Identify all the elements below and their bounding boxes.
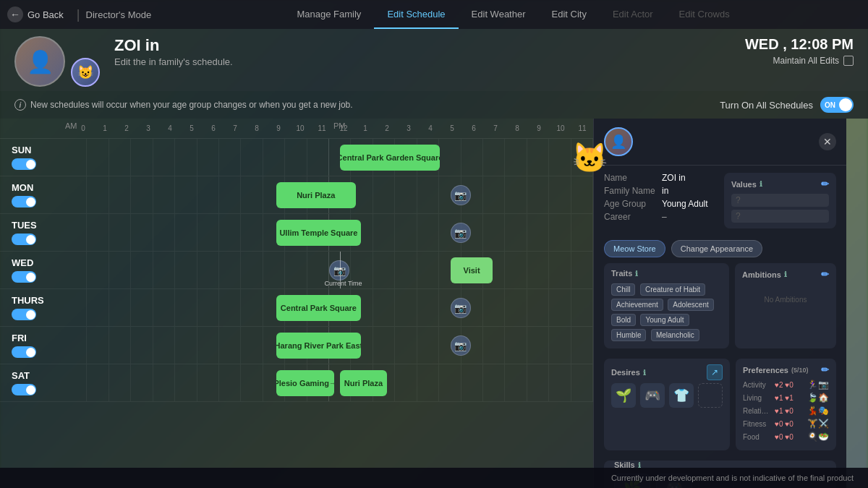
time-number: 3 — [137, 124, 159, 132]
day-toggle-mon[interactable] — [12, 196, 36, 207]
day-row-mon: MON — [0, 176, 593, 214]
field-age-value: Young Adult — [662, 199, 708, 209]
small-avatar[interactable]: 😺 — [71, 58, 100, 87]
icon-mon-camera[interactable]: 📷 — [451, 185, 471, 205]
desires-expand-button[interactable]: ↗ — [707, 364, 723, 380]
panel-close-button[interactable]: ✕ — [819, 133, 836, 150]
time-number: 10 — [289, 124, 311, 132]
no-ambitions-label: No Ambitions — [742, 284, 829, 315]
prefs-title: Preferences (5/10) ✏ — [743, 364, 829, 375]
toggle-label: Turn On All Schedules — [720, 100, 813, 111]
schedule-toggle[interactable]: ON — [820, 97, 854, 113]
panel-info-left: Name ZOI in Family Name in Age Group You… — [604, 173, 717, 233]
info-bar: i New schedules will occur when your age… — [0, 91, 868, 119]
main-avatar: 👤 — [14, 36, 65, 87]
day-grid-mon: Nuri Plaza 📷 — [65, 176, 593, 213]
day-grid-fri: Harang River Park East 📷 — [65, 327, 593, 364]
panel-header: 👤 ✕ — [594, 119, 846, 166]
time-number: 7 — [224, 124, 246, 132]
icon-tues-camera[interactable]: 📷 — [451, 223, 471, 243]
character-panel: 👤 ✕ Name ZOI in Family Name in Age Group — [593, 119, 846, 488]
day-toggle-wed[interactable] — [12, 271, 36, 283]
datetime-area: WED , 12:08 PM Maintain All Edits — [745, 36, 854, 66]
field-family-label: Family Name — [604, 186, 662, 196]
tab-edit-city[interactable]: Edit City — [539, 0, 600, 29]
time-header: AM PM 01234567891011121234567891011 — [0, 119, 593, 139]
day-toggle-tues[interactable] — [12, 234, 36, 245]
day-row-sun: SUN — [0, 139, 593, 176]
meow-store-button[interactable]: Meow Store — [604, 240, 665, 257]
tab-edit-schedule[interactable]: Edit Schedule — [374, 0, 458, 29]
block-tues-ullim-temple[interactable]: Ullim Temple Square — [276, 220, 361, 246]
trait-humble: Humble — [611, 329, 646, 341]
block-mon-nuri-plaza[interactable]: Nuri Plaza — [276, 182, 356, 208]
block-fri-harang-river[interactable]: Harang River Park East — [276, 333, 361, 359]
block-thurs-central-park-square[interactable]: Central Park Square — [276, 295, 361, 321]
tab-edit-actor: Edit Actor — [600, 0, 666, 29]
field-name-value: ZOI in — [662, 173, 686, 183]
desire-icon-shirt: 👕 — [669, 383, 694, 408]
pref-row-living: Living ♥1 ♥1 🍃🏠 — [743, 393, 829, 403]
tab-manage-family[interactable]: Manage Family — [284, 0, 375, 29]
schedule-subtitle: Edit the in family's schedule. — [114, 56, 745, 67]
prefs-edit-button[interactable]: ✏ — [821, 364, 829, 375]
time-number: 4 — [159, 124, 181, 132]
maintain-checkbox[interactable] — [843, 56, 854, 66]
bottom-bar-message: Currently under development and is not i… — [611, 474, 854, 482]
day-row-tues: TUES — [0, 214, 593, 252]
back-arrow-icon: ← — [7, 7, 23, 22]
day-toggle-sun[interactable] — [12, 158, 36, 170]
time-number: 11 — [311, 124, 333, 132]
trait-creature-of-habit: Creature of Habit — [640, 283, 705, 296]
day-grid-sun: Central Park Garden Square — [65, 139, 593, 176]
day-toggle-sat[interactable] — [12, 384, 36, 395]
nav-separator: | — [77, 7, 80, 22]
am-label: AM — [65, 121, 77, 130]
tab-edit-weather[interactable]: Edit Weather — [459, 0, 539, 29]
change-appearance-button[interactable]: Change Appearance — [671, 240, 762, 257]
time-number: 3 — [398, 124, 420, 132]
desire-icon-plant: 🌱 — [611, 383, 636, 408]
time-number: 2 — [116, 124, 137, 132]
toggle-knob — [839, 98, 852, 111]
panel-avatar: 👤 — [604, 127, 633, 156]
time-number: 1 — [354, 124, 376, 132]
field-career-label: Career — [604, 212, 662, 222]
block-sat-plesio-gaming[interactable]: Plesio Gaming→ — [276, 370, 334, 396]
go-back-button[interactable]: ← Go Back — [7, 7, 71, 22]
pref-row-activity: Activity ♥2 ♥0 🏃‍♀️📷 — [743, 380, 829, 390]
pref-row-fitness: Fitness ♥0 ♥0 🏋️⚔️ — [743, 419, 829, 429]
time-number: 10 — [550, 124, 571, 132]
values-edit-button[interactable]: ✏ — [821, 179, 829, 189]
day-label-fri: FRI — [12, 333, 27, 343]
block-sun-central-park-garden[interactable]: Central Park Garden Square — [340, 145, 441, 171]
cat-decoration: 🐱 — [571, 141, 608, 175]
day-row-fri: FRI — [0, 327, 593, 364]
director-mode-label: Director's Mode — [86, 9, 152, 20]
day-label-col-sat: SAT — [0, 370, 65, 395]
time-number: 5 — [441, 124, 463, 132]
info-text: i New schedules will occur when your age… — [14, 99, 353, 111]
day-toggle-thurs[interactable] — [12, 309, 36, 320]
day-label-col-mon: MON — [0, 182, 65, 207]
block-wed-visit[interactable]: Visit — [451, 257, 493, 283]
day-toggle-fri[interactable] — [12, 346, 36, 358]
day-label-col-tues: TUES — [0, 220, 65, 245]
value-item-1: ? — [731, 194, 829, 207]
time-number: 6 — [203, 124, 224, 132]
field-name-label: Name — [604, 173, 662, 183]
prefs-count: (5/10) — [791, 367, 809, 374]
block-sat-nuri-plaza[interactable]: Nuri Plaza — [340, 370, 388, 396]
avatar-area: 👤 😺 — [14, 36, 100, 87]
schedule-grid: AM PM 01234567891011121234567891011 SUN — [0, 119, 593, 488]
day-label-col-sun: SUN — [0, 145, 65, 170]
desires-icons: 🌱 🎮 👕 — [611, 383, 723, 408]
time-number: 9 — [268, 124, 289, 132]
icon-thurs-camera[interactable]: 📷 — [451, 298, 471, 318]
trait-melancholic: Melancholic — [651, 329, 699, 341]
trait-chill: Chill — [611, 283, 635, 296]
icon-fri-camera[interactable]: 📷 — [451, 335, 471, 356]
pm-label: PM — [333, 121, 346, 130]
ambitions-edit-button[interactable]: ✏ — [821, 269, 829, 280]
time-number: 4 — [420, 124, 441, 132]
